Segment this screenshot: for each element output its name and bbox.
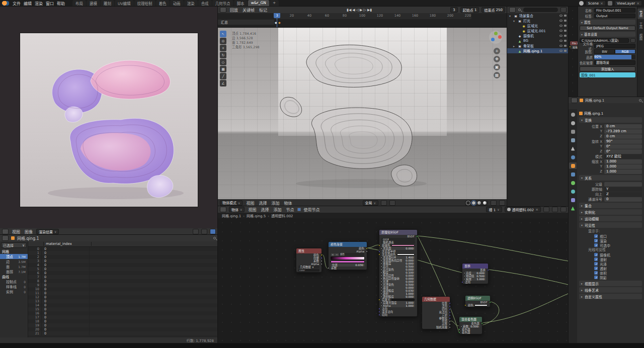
checkbox[interactable] xyxy=(594,243,598,247)
tab-particles[interactable] xyxy=(569,180,577,186)
overlays-icon[interactable] xyxy=(560,207,567,212)
node-mix-shader[interactable]: 混合着色器 着色器 系数0.500着色器着色器 xyxy=(459,316,482,334)
node-link[interactable] xyxy=(418,236,568,261)
timeline-type-icon[interactable] xyxy=(220,7,226,13)
input-socket[interactable] xyxy=(380,247,382,249)
output-socket[interactable] xyxy=(449,311,451,313)
expand-icon[interactable]: ▾ xyxy=(513,19,516,23)
node-principled-bsdf[interactable]: 原理化BSDF BSDF GGX 随机游走 xyxy=(379,229,418,317)
node-link[interactable] xyxy=(367,245,379,248)
disable-render-icon[interactable] xyxy=(564,45,567,47)
alpha-output-socket[interactable] xyxy=(366,250,368,252)
selected-only-toggle[interactable]: 已选择∨ xyxy=(1,242,27,248)
table-row[interactable]: 8 0 xyxy=(28,279,218,283)
outliner-item[interactable]: 网格.qing.1 xyxy=(507,48,569,53)
checkbox[interactable] xyxy=(594,276,598,279)
attribute-type-dropdown[interactable]: 几何数据∨ xyxy=(298,266,319,269)
close-icon[interactable]: × xyxy=(535,208,538,212)
menu-item[interactable]: 选择 xyxy=(260,207,270,212)
format-dropdown[interactable]: JPEG xyxy=(594,44,635,48)
value-field[interactable]: 0 xyxy=(604,197,642,202)
panel-header-visibility[interactable]: ▾可见性 xyxy=(579,222,642,228)
keyframe-icon[interactable]: ◆ xyxy=(278,21,281,24)
parent-field[interactable] xyxy=(604,182,642,187)
hide-viewport-icon[interactable] xyxy=(559,50,562,52)
hide-viewport-icon[interactable] xyxy=(559,45,562,47)
node-input-row[interactable]: 切向 xyxy=(379,313,417,316)
node-output-row[interactable]: 随机离散 xyxy=(422,326,450,329)
next-keyframe-icon[interactable]: ▷ xyxy=(364,8,366,12)
menu-item[interactable]: 物体 xyxy=(283,200,293,206)
playhead-frame[interactable]: 3 xyxy=(274,13,280,18)
input-socket[interactable] xyxy=(380,259,382,262)
menu-item[interactable]: 添加 xyxy=(270,200,280,206)
axis-x-icon[interactable] xyxy=(498,35,502,39)
table-row[interactable]: 12 0 xyxy=(28,295,218,299)
panel-header-collapsed[interactable]: ▸实例化 xyxy=(579,209,642,215)
tab-world[interactable] xyxy=(569,154,577,160)
input-socket[interactable] xyxy=(378,299,380,301)
domain-item[interactable]: 面 1.7M xyxy=(0,264,28,269)
jump-start-icon[interactable]: ▮◀ xyxy=(347,8,351,12)
input-socket[interactable] xyxy=(380,302,382,304)
outliner-search-input[interactable] xyxy=(523,8,558,12)
menu-item[interactable]: 窗口 xyxy=(44,1,55,6)
shader-output-socket[interactable] xyxy=(481,322,483,324)
move-tool[interactable]: + xyxy=(220,45,226,51)
tab-render[interactable] xyxy=(569,120,577,126)
viewlayer-selector[interactable]: ViewLayer× xyxy=(614,1,642,6)
workspace-tab[interactable]: 渲染 xyxy=(184,0,198,7)
tab-output[interactable] xyxy=(569,128,577,135)
table-row[interactable]: 20 0 xyxy=(28,327,218,331)
outliner-item[interactable]: 摄像机 xyxy=(507,33,569,38)
input-socket[interactable] xyxy=(378,308,380,310)
menu-item[interactable]: 图像 xyxy=(24,229,34,234)
value-field[interactable]: 0° xyxy=(604,149,642,154)
color-output-socket[interactable] xyxy=(366,247,368,249)
table-row[interactable]: 11 0 xyxy=(28,291,218,295)
workspace-tab[interactable]: UV编辑 xyxy=(115,0,134,7)
input-socket[interactable] xyxy=(463,275,465,277)
display-icon[interactable] xyxy=(201,229,207,234)
tab-scene[interactable] xyxy=(569,145,577,152)
table-row[interactable]: 10 0 xyxy=(28,287,218,291)
tab-object[interactable] xyxy=(569,162,577,169)
image-editor-type-icon[interactable] xyxy=(2,229,9,234)
input-socket[interactable] xyxy=(380,284,382,286)
outliner-item[interactable]: ▸ 骨架板 xyxy=(507,43,569,48)
checkbox[interactable] xyxy=(594,239,598,242)
table-row[interactable]: 18 0 xyxy=(28,319,218,323)
value-field[interactable]: 90° xyxy=(604,139,642,144)
node-link[interactable] xyxy=(450,321,459,326)
domain-item[interactable]: 边 3.5M xyxy=(0,259,28,264)
checkbox[interactable] xyxy=(594,234,598,238)
folder-icon[interactable] xyxy=(630,38,635,43)
node-header[interactable]: 透明BSDF xyxy=(465,296,490,301)
disable-render-icon[interactable] xyxy=(564,50,567,52)
value-field[interactable]: 0° xyxy=(604,144,642,149)
close-icon[interactable]: × xyxy=(600,2,603,6)
disable-render-icon[interactable] xyxy=(564,15,567,17)
menu-item[interactable]: 文件 xyxy=(11,1,22,6)
input-socket[interactable] xyxy=(380,275,382,277)
expand-icon[interactable]: ▸ xyxy=(513,44,516,48)
color-swatch[interactable] xyxy=(391,299,415,301)
menu-item[interactable]: 添加 xyxy=(272,207,282,212)
fac-input-socket[interactable] xyxy=(328,267,330,269)
workspace-tab[interactable]: + xyxy=(270,0,279,7)
displacement-output-socket[interactable] xyxy=(487,269,489,271)
workspace-tab[interactable]: 几何节点 xyxy=(212,0,233,7)
node-header[interactable]: 几何数据 xyxy=(422,297,450,302)
panel-header-collapsed[interactable]: ▸集合 xyxy=(579,203,642,208)
menu-item[interactable]: 回放 xyxy=(229,7,239,13)
bsdf-output-socket[interactable] xyxy=(416,235,418,237)
panel-header-collapsed[interactable]: ▸自定义属性 xyxy=(579,294,642,299)
input-socket[interactable] xyxy=(380,266,382,268)
input-socket[interactable] xyxy=(380,263,382,265)
table-row[interactable]: 9 0 xyxy=(28,283,218,287)
pan-icon[interactable]: ✥ xyxy=(494,56,500,62)
input-socket[interactable] xyxy=(463,272,465,274)
checkbox[interactable] xyxy=(594,262,598,266)
domain-item[interactable]: 实例 0 xyxy=(0,289,28,294)
shading-material-icon[interactable] xyxy=(477,201,481,205)
